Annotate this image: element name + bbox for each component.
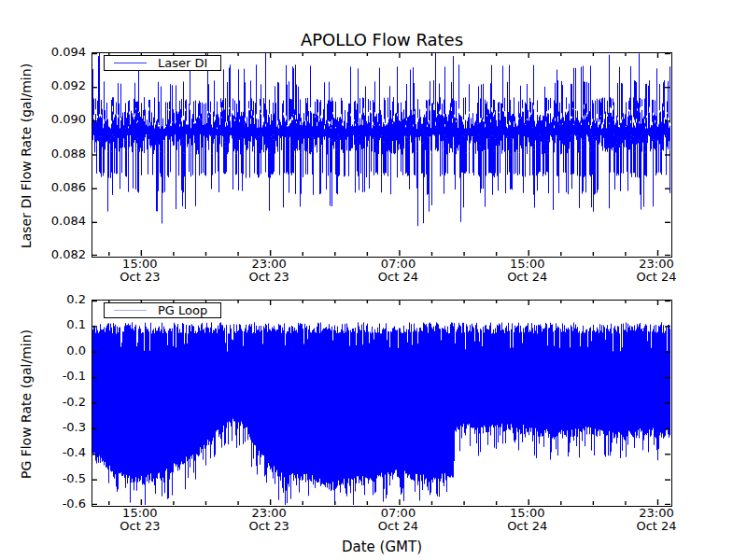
- x-tick-time: 23:00: [227, 507, 311, 520]
- y-tick-label: 0.082: [28, 248, 86, 261]
- x-tick-date: Oct 24: [486, 271, 570, 284]
- laser-di-legend-label: Laser DI: [158, 56, 211, 70]
- chart-title: APOLLO Flow Rates: [93, 31, 670, 49]
- x-tick-label: 15:00Oct 23: [98, 507, 182, 533]
- y-tick-label: -0.5: [28, 472, 86, 485]
- top-legend: Laser DI: [104, 55, 221, 71]
- y-tick-label: 0.094: [28, 46, 86, 59]
- x-tick-time: 07:00: [356, 507, 440, 520]
- x-axis-label: Date (GMT): [93, 539, 670, 555]
- x-tick-label: 15:00Oct 24: [486, 507, 570, 533]
- y-tick-label: -0.2: [28, 396, 86, 409]
- x-tick-time: 23:00: [227, 258, 311, 271]
- y-tick-label: 0.0: [28, 344, 86, 357]
- bottom-legend: PG Loop: [104, 302, 221, 318]
- x-tick-time: 23:00: [614, 507, 698, 520]
- bottom-axes: PG Loop: [92, 300, 672, 507]
- x-tick-time: 15:00: [486, 507, 570, 520]
- x-tick-label: 07:00Oct 24: [356, 507, 440, 533]
- x-tick-date: Oct 24: [356, 271, 440, 284]
- y-tick-label: -0.1: [28, 370, 86, 383]
- y-tick-label: 0.090: [28, 113, 86, 126]
- x-tick-label: 07:00Oct 24: [356, 258, 440, 284]
- y-tick-label: -0.4: [28, 446, 86, 459]
- pg-loop-legend-label: PG Loop: [158, 303, 211, 317]
- y-tick-label: 0.2: [28, 293, 86, 306]
- laser-di-series-canvas: [92, 53, 670, 256]
- x-tick-date: Oct 24: [614, 271, 698, 284]
- y-tick-label: -0.6: [28, 497, 86, 511]
- y-tick-label: 0.086: [28, 181, 86, 194]
- x-tick-time: 15:00: [98, 258, 182, 271]
- x-tick-label: 23:00Oct 24: [614, 258, 698, 284]
- x-tick-label: 23:00Oct 23: [227, 258, 311, 284]
- pg-loop-legend-line-sample: [114, 310, 147, 311]
- y-tick-label: 0.1: [28, 318, 86, 331]
- y-tick-label: 0.092: [28, 79, 86, 92]
- x-tick-date: Oct 23: [98, 271, 182, 284]
- x-tick-date: Oct 24: [614, 520, 698, 533]
- x-tick-label: 15:00Oct 23: [98, 258, 182, 284]
- laser-di-legend-line-sample: [114, 63, 147, 63]
- x-tick-time: 07:00: [356, 258, 440, 271]
- y-tick-label: 0.084: [28, 215, 86, 228]
- x-tick-label: 23:00Oct 24: [614, 507, 698, 533]
- x-tick-time: 15:00: [98, 507, 182, 520]
- x-tick-label: 15:00Oct 24: [486, 258, 570, 284]
- x-tick-date: Oct 23: [227, 520, 311, 533]
- top-axes: Laser DI: [92, 52, 672, 258]
- x-tick-time: 15:00: [486, 258, 570, 271]
- x-tick-date: Oct 24: [356, 520, 440, 533]
- y-tick-label: 0.088: [28, 147, 86, 161]
- x-tick-label: 23:00Oct 23: [227, 507, 311, 533]
- pg-loop-series-canvas: [92, 301, 670, 505]
- figure: { "figure": { "title": "APOLLO Flow Rate…: [0, 0, 747, 560]
- y-tick-label: -0.3: [28, 421, 86, 434]
- x-tick-date: Oct 24: [486, 520, 570, 533]
- x-tick-date: Oct 23: [98, 520, 182, 533]
- x-tick-date: Oct 23: [227, 271, 311, 284]
- x-tick-time: 23:00: [614, 258, 698, 271]
